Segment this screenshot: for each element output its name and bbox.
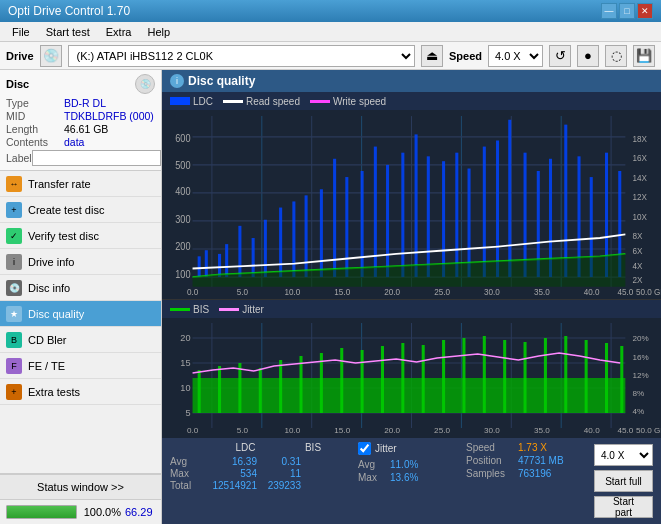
speed-ctrl-select[interactable]: 4.0 X [594, 444, 653, 466]
svg-rect-19 [225, 244, 228, 277]
nav-create-test-disc[interactable]: + Create test disc [0, 197, 161, 223]
ldc-col-header: LDC [218, 442, 273, 453]
total-label: Total [170, 480, 198, 491]
svg-rect-20 [238, 226, 241, 277]
drive-select[interactable]: (K:) ATAPI iHBS112 2 CL0K [68, 45, 415, 67]
svg-rect-95 [279, 360, 282, 413]
samples-label: Samples [466, 468, 514, 479]
svg-text:45.0: 45.0 [617, 426, 633, 435]
position-val: 47731 MB [518, 455, 564, 466]
menu-help[interactable]: Help [139, 24, 178, 40]
svg-rect-106 [503, 340, 506, 413]
nav-fe-te[interactable]: F FE / TE [0, 353, 161, 379]
svg-rect-98 [340, 348, 343, 413]
jitter-checkbox[interactable] [358, 442, 371, 455]
cd-bler-icon: B [6, 332, 22, 348]
jitter-avg-label: Avg [358, 459, 386, 470]
svg-rect-28 [345, 177, 348, 277]
svg-text:20%: 20% [632, 334, 648, 343]
svg-rect-107 [524, 342, 527, 413]
menu-file[interactable]: File [4, 24, 38, 40]
disc-button1[interactable]: ● [577, 45, 599, 67]
nav-verify-test-disc[interactable]: ✓ Verify test disc [0, 223, 161, 249]
drive-icon[interactable]: 💿 [40, 45, 62, 67]
svg-text:20.0: 20.0 [384, 426, 400, 435]
svg-text:15.0: 15.0 [334, 426, 350, 435]
fe-te-icon: F [6, 358, 22, 374]
nav-drive-info[interactable]: i Drive info [0, 249, 161, 275]
menu-bar: File Start test Extra Help [0, 22, 661, 42]
menu-extra[interactable]: Extra [98, 24, 140, 40]
create-test-disc-icon: + [6, 202, 22, 218]
svg-text:8%: 8% [632, 389, 644, 398]
nav-transfer-rate-label: Transfer rate [28, 178, 91, 190]
svg-rect-44 [564, 125, 567, 277]
svg-rect-92 [218, 366, 221, 413]
svg-rect-94 [259, 368, 262, 413]
disc-button2[interactable]: ◌ [605, 45, 627, 67]
progress-percent: 100.0% [81, 506, 121, 518]
svg-rect-90 [193, 378, 626, 413]
svg-text:500: 500 [175, 159, 191, 171]
mid-value: TDKBLDRFB (000) [64, 110, 155, 122]
stats-footer: LDC BIS Avg 16.39 0.31 Max 534 11 Tota [162, 438, 661, 524]
read-speed-color [223, 100, 243, 103]
svg-text:10.0: 10.0 [284, 426, 300, 435]
label-input[interactable] [32, 150, 161, 166]
nav-fe-te-label: FE / TE [28, 360, 65, 372]
svg-rect-36 [455, 153, 458, 277]
max-label: Max [170, 468, 198, 479]
chart-area: i Disc quality LDC Read speed Write spee… [162, 70, 661, 524]
bis-max: 11 [261, 468, 301, 479]
samples-val: 763196 [518, 468, 551, 479]
nav-cd-bler[interactable]: B CD Bler [0, 327, 161, 353]
write-speed-color [310, 100, 330, 103]
start-part-button[interactable]: Start part [594, 496, 653, 518]
bis-avg: 0.31 [261, 456, 301, 467]
svg-text:50.0 GB: 50.0 GB [636, 426, 661, 435]
svg-text:12%: 12% [632, 371, 648, 380]
nav-disc-quality[interactable]: ★ Disc quality [0, 301, 161, 327]
type-label: Type [6, 97, 64, 109]
save-button[interactable]: 💾 [633, 45, 655, 67]
verify-test-disc-icon: ✓ [6, 228, 22, 244]
svg-rect-111 [605, 343, 608, 413]
progress-speed: 66.29 [125, 506, 155, 518]
nav-extra-tests[interactable]: + Extra tests [0, 379, 161, 405]
nav-verify-test-disc-label: Verify test disc [28, 230, 99, 242]
minimize-button[interactable]: — [601, 3, 617, 19]
contents-value: data [64, 136, 155, 148]
disc-icon: 💿 [135, 74, 155, 94]
menu-start-test[interactable]: Start test [38, 24, 98, 40]
nav-transfer-rate[interactable]: ↔ Transfer rate [0, 171, 161, 197]
svg-rect-32 [401, 153, 404, 277]
top-chart-svg: 600 500 400 300 200 100 18X 16X 14X 12X … [162, 110, 661, 299]
nav-drive-info-label: Drive info [28, 256, 74, 268]
position-label: Position [466, 455, 514, 466]
svg-rect-101 [401, 343, 404, 413]
label-label: Label [6, 152, 32, 164]
close-button[interactable]: ✕ [637, 3, 653, 19]
svg-rect-24 [292, 201, 295, 277]
start-full-button[interactable]: Start full [594, 470, 653, 492]
title-bar: Opti Drive Control 1.70 — □ ✕ [0, 0, 661, 22]
svg-text:4%: 4% [632, 407, 644, 416]
svg-rect-17 [205, 250, 208, 277]
status-window-button[interactable]: Status window >> [0, 474, 161, 500]
svg-text:14X: 14X [632, 172, 646, 183]
ldc-color [170, 97, 190, 105]
svg-rect-22 [264, 220, 267, 277]
svg-text:15: 15 [180, 358, 190, 368]
refresh-button[interactable]: ↺ [549, 45, 571, 67]
speed-select[interactable]: 4.0 X [488, 45, 543, 67]
svg-text:200: 200 [175, 240, 191, 252]
maximize-button[interactable]: □ [619, 3, 635, 19]
transfer-rate-icon: ↔ [6, 176, 22, 192]
eject-button[interactable]: ⏏ [421, 45, 443, 67]
drive-label: Drive [6, 50, 34, 62]
svg-rect-39 [496, 140, 499, 277]
nav-disc-info[interactable]: 💿 Disc info [0, 275, 161, 301]
svg-rect-105 [483, 336, 486, 413]
window-controls[interactable]: — □ ✕ [601, 3, 653, 19]
chart-icon-symbol: i [176, 76, 178, 86]
